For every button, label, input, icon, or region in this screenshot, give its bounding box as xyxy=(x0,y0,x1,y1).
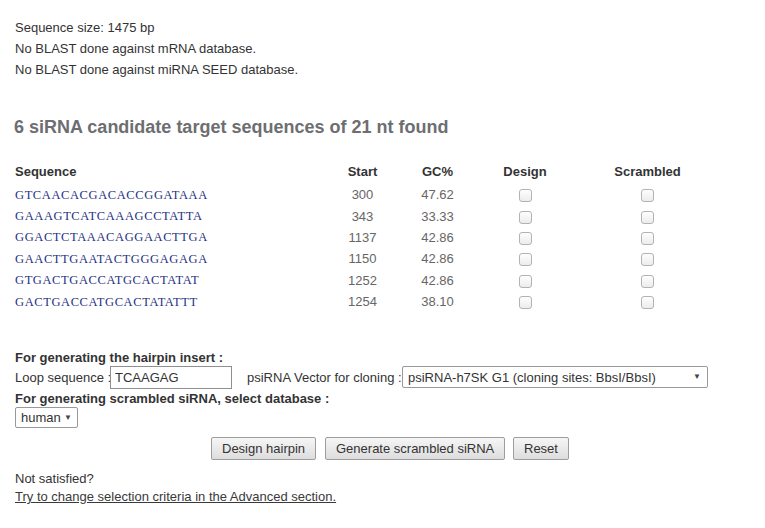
header-start: Start xyxy=(340,164,385,179)
scrambled-checkbox[interactable] xyxy=(641,296,654,309)
header-sequence: Sequence xyxy=(15,164,340,179)
scrambled-checkbox[interactable] xyxy=(641,275,654,288)
not-satisfied-text: Not satisfied? xyxy=(15,471,94,486)
blast-info-block: Sequence size: 1475 bp No BLAST done aga… xyxy=(15,17,298,80)
hairpin-section-label: For generating the hairpin insert : xyxy=(15,350,223,365)
table-row: GTCAACACGACACCGGATAAA 300 47.62 xyxy=(15,184,735,205)
design-checkbox[interactable] xyxy=(519,232,532,245)
sequence-link[interactable]: GTGACTGACCATGCACTATAT xyxy=(15,273,199,287)
gc-value: 33.33 xyxy=(385,209,490,224)
scrambled-checkbox[interactable] xyxy=(641,253,654,266)
gc-value: 42.86 xyxy=(385,230,490,245)
vector-select[interactable]: psiRNA-h7SK G1 (cloning sites: BbsI/BbsI… xyxy=(402,366,708,388)
loop-sequence-input[interactable] xyxy=(110,366,232,389)
design-checkbox[interactable] xyxy=(519,189,532,202)
mirna-blast-status-text: No BLAST done against miRNA SEED databas… xyxy=(15,59,298,80)
table-row: GTGACTGACCATGCACTATAT 1252 42.86 xyxy=(15,270,735,291)
design-hairpin-button[interactable]: Design hairpin xyxy=(211,437,316,460)
sequence-link[interactable]: GACTGACCATGCACTATATTT xyxy=(15,295,198,309)
design-checkbox[interactable] xyxy=(519,253,532,266)
design-checkbox[interactable] xyxy=(519,211,532,224)
table-header-row: Sequence Start GC% Design Scrambled xyxy=(15,159,735,184)
database-selected-option: human xyxy=(21,410,61,425)
start-value: 343 xyxy=(340,209,385,224)
header-gc: GC% xyxy=(385,164,490,179)
loop-sequence-label: Loop sequence : xyxy=(15,370,111,385)
sequence-link[interactable]: GTCAACACGACACCGGATAAA xyxy=(15,188,208,202)
scrambled-checkbox[interactable] xyxy=(641,189,654,202)
sequence-table: Sequence Start GC% Design Scrambled GTCA… xyxy=(15,159,735,312)
database-select[interactable]: human ▼ xyxy=(15,407,78,428)
dropdown-arrow-icon: ▼ xyxy=(693,373,701,381)
sequence-table-body: GTCAACACGACACCGGATAAA 300 47.62 GAAAGTCA… xyxy=(15,184,735,312)
start-value: 1252 xyxy=(340,273,385,288)
sequence-size-text: Sequence size: 1475 bp xyxy=(15,17,298,38)
gc-value: 38.10 xyxy=(385,294,490,309)
sirna-wizard-results-page: Sequence size: 1475 bp No BLAST done aga… xyxy=(0,0,765,528)
mrna-blast-status-text: No BLAST done against mRNA database. xyxy=(15,38,298,59)
sequence-link[interactable]: GAACTTGAATACTGGGAGAGA xyxy=(15,252,208,266)
page-title: 6 siRNA candidate target sequences of 21… xyxy=(14,117,448,138)
table-row: GGACTCTAAACAGGAACTTGA 1137 42.86 xyxy=(15,227,735,248)
advanced-section-link[interactable]: Try to change selection criteria in the … xyxy=(15,489,336,504)
gc-value: 42.86 xyxy=(385,273,490,288)
start-value: 1254 xyxy=(340,294,385,309)
sequence-link[interactable]: GAAAGTCATCAAAGCCTATTA xyxy=(15,209,203,223)
header-design: Design xyxy=(490,164,560,179)
start-value: 300 xyxy=(340,187,385,202)
scrambled-section-label: For generating scrambled siRNA, select d… xyxy=(15,391,329,406)
dropdown-arrow-icon: ▼ xyxy=(64,414,72,422)
vector-selected-option: psiRNA-h7SK G1 (cloning sites: BbsI/BbsI… xyxy=(408,370,656,385)
table-row: GAACTTGAATACTGGGAGAGA 1150 42.86 xyxy=(15,248,735,269)
start-value: 1150 xyxy=(340,251,385,266)
design-checkbox[interactable] xyxy=(519,275,532,288)
scrambled-checkbox[interactable] xyxy=(641,232,654,245)
reset-button[interactable]: Reset xyxy=(513,437,569,460)
gc-value: 47.62 xyxy=(385,187,490,202)
start-value: 1137 xyxy=(340,230,385,245)
sequence-link[interactable]: GGACTCTAAACAGGAACTTGA xyxy=(15,230,208,244)
scrambled-checkbox[interactable] xyxy=(641,211,654,224)
table-row: GACTGACCATGCACTATATTT 1254 38.10 xyxy=(15,291,735,312)
header-scrambled: Scrambled xyxy=(560,164,735,179)
table-row: GAAAGTCATCAAAGCCTATTA 343 33.33 xyxy=(15,205,735,226)
gc-value: 42.86 xyxy=(385,251,490,266)
generate-scrambled-button[interactable]: Generate scrambled siRNA xyxy=(325,437,505,460)
design-checkbox[interactable] xyxy=(519,296,532,309)
vector-select-label: psiRNA Vector for cloning : xyxy=(247,370,402,385)
